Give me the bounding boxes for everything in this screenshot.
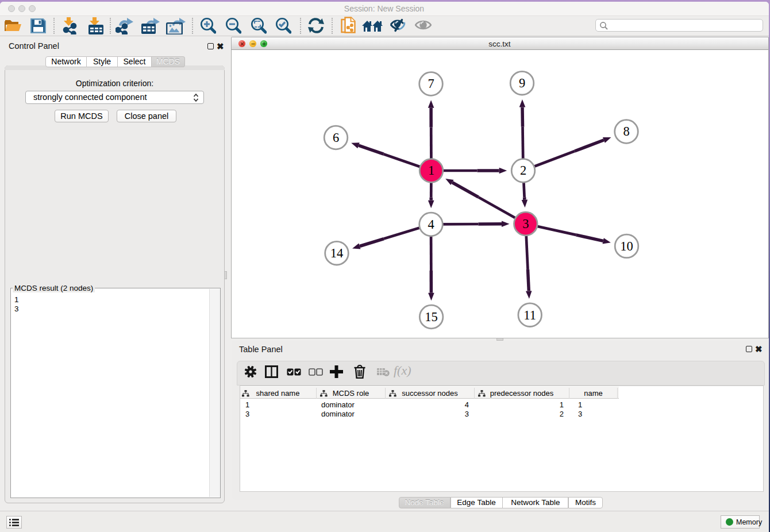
svg-text:9: 9 [519, 76, 525, 90]
svg-text:8: 8 [623, 124, 629, 138]
svg-text:4: 4 [428, 217, 434, 232]
svg-text:1: 1 [428, 163, 434, 178]
svg-text:11: 11 [523, 308, 536, 322]
svg-text:15: 15 [425, 310, 438, 324]
svg-text:2: 2 [520, 163, 526, 178]
svg-text:3: 3 [522, 217, 529, 231]
svg-text:6: 6 [333, 130, 339, 145]
svg-text:14: 14 [330, 246, 344, 260]
svg-text:7: 7 [428, 76, 434, 91]
svg-text:10: 10 [620, 239, 633, 253]
